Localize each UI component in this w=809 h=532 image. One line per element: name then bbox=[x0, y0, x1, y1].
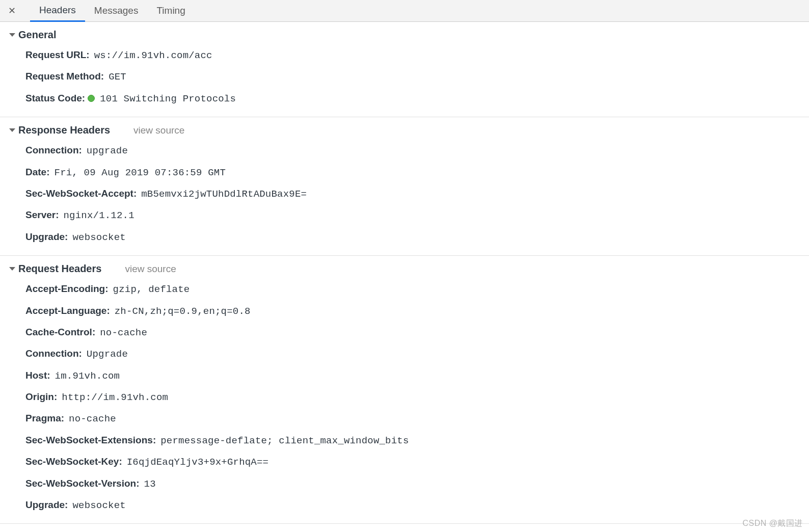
value: no-cache bbox=[69, 413, 116, 424]
response-rows: Connection: upgrade Date: Fri, 09 Aug 20… bbox=[0, 140, 809, 248]
label: Sec-WebSocket-Extensions: bbox=[25, 435, 156, 445]
value: http://im.91vh.com bbox=[62, 392, 168, 403]
row-date: Date: Fri, 09 Aug 2019 07:36:59 GMT bbox=[25, 162, 809, 183]
label: Host: bbox=[25, 370, 50, 381]
section-request-headers: Request Headers view source Accept-Encod… bbox=[0, 256, 809, 524]
section-toggle-response[interactable]: Response Headers view source bbox=[0, 122, 809, 140]
row-request-url: Request URL: ws://im.91vh.com/acc bbox=[25, 45, 809, 66]
tab-label: Headers bbox=[39, 5, 76, 16]
row-pragma: Pragma: no-cache bbox=[25, 408, 809, 430]
value: no-cache bbox=[100, 327, 147, 338]
row-accept-language: Accept-Language: zh-CN,zh;q=0.9,en;q=0.8 bbox=[25, 301, 809, 322]
tab-timing[interactable]: Timing bbox=[147, 0, 194, 21]
value: Fri, 09 Aug 2019 07:36:59 GMT bbox=[55, 167, 226, 178]
row-sec-websocket-version: Sec-WebSocket-Version: 13 bbox=[25, 473, 809, 495]
tab-messages[interactable]: Messages bbox=[85, 0, 148, 21]
chevron-down-icon bbox=[9, 267, 15, 271]
value: gzip, deflate bbox=[113, 284, 190, 295]
value: websocket bbox=[72, 232, 125, 243]
label: Pragma: bbox=[25, 413, 64, 423]
value: 13 bbox=[144, 478, 156, 490]
label: Sec-WebSocket-Key: bbox=[25, 456, 122, 467]
row-sec-websocket-key: Sec-WebSocket-Key: I6qjdEaqYljv3+9x+Grhq… bbox=[25, 451, 809, 473]
tab-headers[interactable]: Headers bbox=[30, 1, 85, 22]
value: im.91vh.com bbox=[55, 370, 120, 382]
label: Server: bbox=[25, 209, 59, 220]
row-upgrade: Upgrade: websocket bbox=[25, 227, 809, 248]
row-request-method: Request Method: GET bbox=[25, 66, 809, 88]
label: Accept-Language: bbox=[25, 305, 110, 316]
label: Date: bbox=[25, 167, 50, 177]
tab-label: Messages bbox=[94, 5, 139, 16]
tab-bar: ✕ Headers Messages Timing bbox=[0, 0, 809, 22]
value: permessage-deflate; client_max_window_bi… bbox=[160, 435, 409, 446]
row-upgrade: Upgrade: websocket bbox=[25, 495, 809, 516]
value: 101 Switching Protocols bbox=[100, 93, 236, 104]
label: Upgrade: bbox=[25, 499, 68, 510]
section-general: General Request URL: ws://im.91vh.com/ac… bbox=[0, 22, 809, 117]
chevron-down-icon bbox=[9, 33, 15, 37]
view-source-link[interactable]: view source bbox=[133, 125, 184, 136]
label: Origin: bbox=[25, 391, 57, 402]
status-dot-icon bbox=[88, 95, 95, 102]
row-connection: Connection: Upgrade bbox=[25, 343, 809, 365]
row-sec-websocket-accept: Sec-WebSocket-Accept: mB5emvxi2jwTUhDdlR… bbox=[25, 183, 809, 205]
row-server: Server: nginx/1.12.1 bbox=[25, 205, 809, 226]
row-accept-encoding: Accept-Encoding: gzip, deflate bbox=[25, 279, 809, 300]
value: upgrade bbox=[87, 145, 128, 156]
value: ws://im.91vh.com/acc bbox=[94, 50, 212, 61]
row-host: Host: im.91vh.com bbox=[25, 365, 809, 387]
label: Cache-Control: bbox=[25, 327, 95, 337]
label: Request Method: bbox=[25, 71, 104, 82]
value: Upgrade bbox=[87, 349, 128, 360]
row-sec-websocket-extensions: Sec-WebSocket-Extensions: permessage-def… bbox=[25, 430, 809, 451]
view-source-link[interactable]: view source bbox=[125, 263, 176, 275]
general-rows: Request URL: ws://im.91vh.com/acc Reques… bbox=[0, 45, 809, 110]
section-toggle-general[interactable]: General bbox=[0, 26, 809, 45]
value: mB5emvxi2jwTUhDdlRtADuBax9E= bbox=[141, 189, 307, 200]
label: Connection: bbox=[25, 145, 82, 155]
section-response-headers: Response Headers view source Connection:… bbox=[0, 117, 809, 256]
value: GET bbox=[109, 71, 126, 83]
value: websocket bbox=[72, 500, 125, 511]
label: Connection: bbox=[25, 348, 82, 359]
value: I6qjdEaqYljv3+9x+GrhqA== bbox=[127, 457, 268, 468]
row-cache-control: Cache-Control: no-cache bbox=[25, 322, 809, 343]
row-origin: Origin: http://im.91vh.com bbox=[25, 387, 809, 408]
label: Request URL: bbox=[25, 49, 90, 60]
row-connection: Connection: upgrade bbox=[25, 140, 809, 162]
section-toggle-request[interactable]: Request Headers view source bbox=[0, 260, 809, 279]
label: Status Code: bbox=[25, 93, 85, 103]
label: Sec-WebSocket-Version: bbox=[25, 478, 140, 489]
chevron-down-icon bbox=[9, 128, 15, 132]
value: nginx/1.12.1 bbox=[64, 210, 134, 221]
request-rows: Accept-Encoding: gzip, deflate Accept-La… bbox=[0, 279, 809, 516]
label: Sec-WebSocket-Accept: bbox=[25, 188, 137, 199]
section-title: Request Headers bbox=[18, 263, 101, 275]
row-status-code: Status Code: 101 Switching Protocols bbox=[25, 88, 809, 110]
section-title: Response Headers bbox=[18, 124, 110, 136]
section-title: General bbox=[18, 29, 56, 41]
label: Upgrade: bbox=[25, 231, 68, 242]
value: zh-CN,zh;q=0.9,en;q=0.8 bbox=[115, 306, 251, 317]
close-icon[interactable]: ✕ bbox=[8, 5, 21, 16]
tab-label: Timing bbox=[156, 5, 185, 16]
label: Accept-Encoding: bbox=[25, 283, 109, 294]
